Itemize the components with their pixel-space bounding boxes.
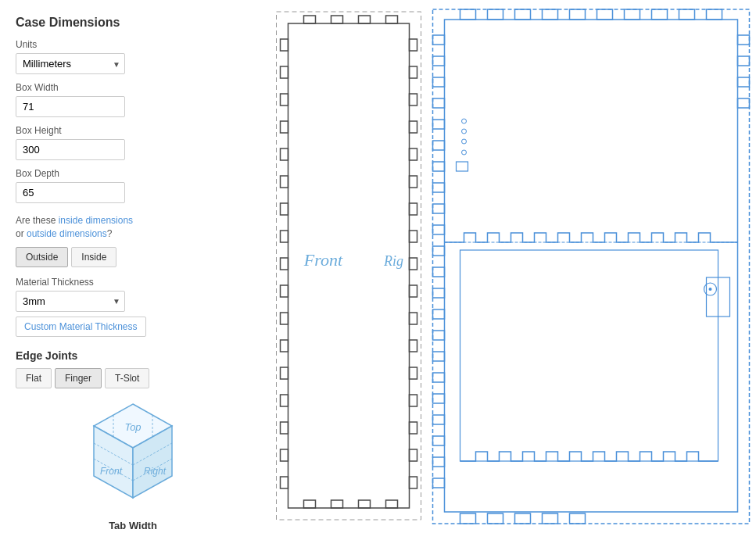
- units-select-wrapper: Millimeters Inches ▼: [16, 53, 125, 74]
- svg-rect-98: [515, 513, 531, 524]
- blueprint-svg: Front Rig: [266, 0, 756, 533]
- svg-rect-54: [359, 500, 371, 508]
- svg-rect-64: [433, 120, 445, 129]
- svg-rect-28: [281, 422, 288, 434]
- svg-point-102: [462, 129, 467, 134]
- box-depth-label: Box Depth: [16, 168, 250, 179]
- svg-rect-105: [457, 162, 468, 171]
- inside-dimensions-link[interactable]: inside dimensions: [59, 215, 133, 226]
- svg-rect-76: [433, 373, 445, 382]
- svg-rect-87: [488, 9, 503, 20]
- svg-rect-31: [410, 39, 417, 51]
- svg-rect-78: [433, 415, 445, 424]
- svg-rect-33: [410, 94, 417, 106]
- svg-rect-107: [460, 250, 718, 461]
- svg-point-103: [462, 139, 467, 144]
- svg-rect-48: [304, 16, 316, 23]
- svg-rect-42: [410, 340, 417, 352]
- svg-rect-38: [410, 231, 417, 242]
- box-height-label: Box Height: [16, 125, 250, 136]
- finger-joint-button[interactable]: Finger: [55, 368, 102, 388]
- svg-rect-67: [433, 183, 445, 192]
- tab-width-title: Tab Width: [109, 520, 157, 531]
- units-select[interactable]: Millimeters Inches: [16, 53, 125, 74]
- svg-text:Front: Front: [303, 250, 343, 270]
- svg-rect-30: [281, 477, 288, 488]
- svg-rect-35: [410, 148, 417, 160]
- svg-rect-58: [433, 9, 750, 524]
- svg-rect-25: [281, 340, 288, 352]
- units-label: Units: [16, 39, 250, 50]
- svg-rect-20: [281, 203, 288, 215]
- outside-button[interactable]: Outside: [16, 247, 68, 267]
- svg-rect-53: [331, 500, 343, 508]
- svg-rect-60: [433, 35, 445, 45]
- svg-text:Top: Top: [124, 421, 141, 433]
- flat-joint-button[interactable]: Flat: [16, 368, 52, 388]
- svg-rect-100: [570, 513, 586, 524]
- svg-rect-41: [410, 313, 417, 324]
- svg-rect-88: [515, 9, 531, 20]
- svg-rect-79: [433, 436, 445, 445]
- svg-rect-82: [738, 35, 750, 45]
- box-width-label: Box Width: [16, 82, 250, 93]
- dimensions-question: Are these inside dimensionsor outside di…: [16, 214, 250, 241]
- svg-rect-15: [281, 66, 288, 78]
- svg-rect-19: [281, 176, 288, 188]
- svg-rect-99: [543, 513, 558, 524]
- svg-rect-14: [281, 39, 288, 51]
- svg-rect-43: [410, 367, 417, 379]
- svg-rect-94: [679, 9, 695, 20]
- svg-rect-21: [281, 231, 288, 242]
- box-width-input[interactable]: [16, 96, 125, 117]
- svg-rect-29: [281, 449, 288, 461]
- svg-rect-68: [433, 204, 445, 213]
- svg-rect-46: [410, 449, 417, 461]
- svg-text:Rig: Rig: [383, 253, 403, 269]
- outside-dimensions-link[interactable]: outside dimensions: [27, 228, 107, 239]
- svg-rect-74: [433, 331, 445, 340]
- svg-rect-55: [386, 500, 398, 508]
- svg-rect-80: [433, 457, 445, 467]
- svg-rect-17: [281, 121, 288, 133]
- material-thickness-select[interactable]: 3mm 6mm 9mm 12mm: [16, 291, 125, 312]
- svg-rect-50: [359, 16, 371, 23]
- svg-rect-34: [410, 121, 417, 133]
- svg-rect-45: [410, 422, 417, 434]
- svg-rect-83: [738, 56, 750, 66]
- box-height-input[interactable]: [16, 139, 125, 160]
- svg-rect-36: [410, 176, 417, 188]
- svg-rect-85: [738, 98, 750, 108]
- material-thickness-label: Material Thickness: [16, 277, 250, 288]
- box-3d-svg: Top Front Right: [78, 396, 188, 513]
- inside-button[interactable]: Inside: [71, 247, 116, 267]
- svg-rect-32: [410, 66, 417, 78]
- edge-joints-group: Flat Finger T-Slot: [16, 368, 250, 388]
- svg-rect-69: [433, 225, 445, 234]
- svg-rect-71: [433, 267, 445, 277]
- svg-text:Right: Right: [144, 466, 167, 477]
- right-panel: Front Rig: [266, 0, 756, 533]
- edge-joints-title: Edge Joints: [16, 349, 250, 362]
- svg-rect-75: [433, 352, 445, 361]
- box-depth-input[interactable]: [16, 182, 125, 203]
- svg-rect-96: [460, 513, 476, 524]
- svg-rect-65: [433, 141, 445, 150]
- material-thickness-select-wrapper: 3mm 6mm 9mm 12mm ▼: [16, 291, 125, 312]
- svg-rect-39: [410, 258, 417, 270]
- svg-rect-66: [433, 162, 445, 171]
- svg-rect-44: [410, 395, 417, 406]
- svg-rect-62: [433, 77, 445, 87]
- svg-rect-63: [433, 98, 445, 108]
- case-dimensions-title: Case Dimensions: [16, 16, 250, 30]
- svg-rect-40: [410, 285, 417, 297]
- inside-outside-group: Outside Inside: [16, 247, 250, 267]
- svg-point-101: [462, 119, 467, 123]
- tslot-joint-button[interactable]: T-Slot: [105, 368, 149, 388]
- svg-rect-24: [281, 313, 288, 324]
- svg-rect-23: [281, 285, 288, 297]
- svg-rect-52: [304, 500, 316, 508]
- custom-material-button[interactable]: Custom Material Thickness: [16, 317, 146, 337]
- svg-rect-92: [625, 9, 640, 20]
- svg-rect-22: [281, 258, 288, 270]
